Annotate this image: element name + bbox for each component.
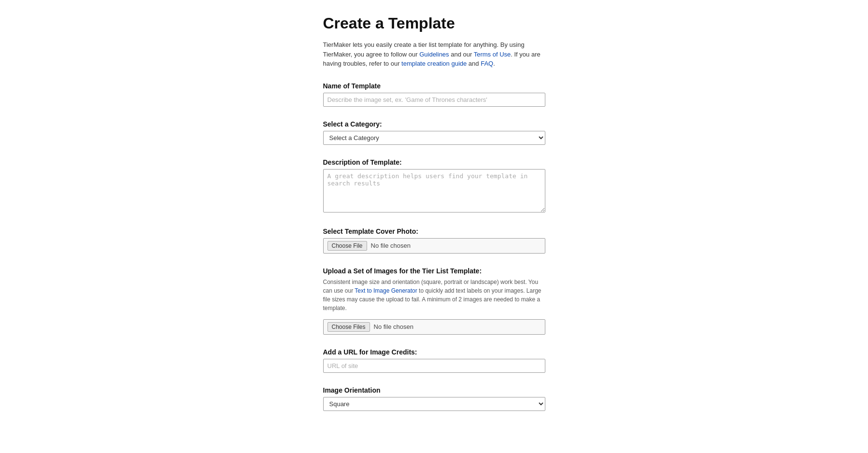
url-section: Add a URL for Image Credits:: [323, 348, 545, 373]
cover-photo-no-file: No file chosen: [371, 242, 411, 249]
upload-no-file: No file chosen: [374, 323, 413, 330]
category-label: Select a Category:: [323, 120, 545, 128]
description-label: Description of Template:: [323, 158, 545, 166]
orientation-label: Image Orientation: [323, 386, 545, 394]
name-section: Name of Template: [323, 82, 545, 107]
faq-link[interactable]: FAQ: [481, 60, 493, 67]
terms-link[interactable]: Terms of Use: [474, 51, 511, 58]
upload-images-section: Upload a Set of Images for the Tier List…: [323, 267, 545, 335]
orientation-section: Image Orientation Square Portrait Landsc…: [323, 386, 545, 411]
upload-choose-button[interactable]: Choose Files: [327, 322, 370, 332]
upload-helper-text: Consistent image size and orientation (s…: [323, 278, 545, 312]
name-input[interactable]: [323, 93, 545, 107]
text-to-image-link[interactable]: Text to Image Generator: [355, 287, 417, 294]
cover-photo-file-wrapper: Choose File No file chosen: [323, 238, 545, 254]
guidelines-link[interactable]: Guidelines: [419, 51, 449, 58]
page-container: Create a Template TierMaker lets you eas…: [313, 0, 555, 453]
creation-guide-link[interactable]: template creation guide: [401, 60, 467, 67]
description-textarea[interactable]: [323, 169, 545, 212]
description-section: Description of Template:: [323, 158, 545, 214]
category-select[interactable]: Select a Category Anime / Manga Music Sp…: [323, 131, 545, 145]
intro-text: TierMaker lets you easily create a tier …: [323, 40, 545, 69]
page-title: Create a Template: [323, 14, 545, 32]
upload-file-wrapper: Choose Files No file chosen: [323, 319, 545, 335]
orientation-select[interactable]: Square Portrait Landscape: [323, 397, 545, 411]
upload-images-label: Upload a Set of Images for the Tier List…: [323, 267, 545, 275]
category-section: Select a Category: Select a Category Ani…: [323, 120, 545, 145]
cover-photo-label: Select Template Cover Photo:: [323, 227, 545, 235]
url-label: Add a URL for Image Credits:: [323, 348, 545, 356]
cover-photo-choose-button[interactable]: Choose File: [327, 241, 367, 251]
cover-photo-section: Select Template Cover Photo: Choose File…: [323, 227, 545, 254]
name-label: Name of Template: [323, 82, 545, 90]
url-input[interactable]: [323, 359, 545, 373]
